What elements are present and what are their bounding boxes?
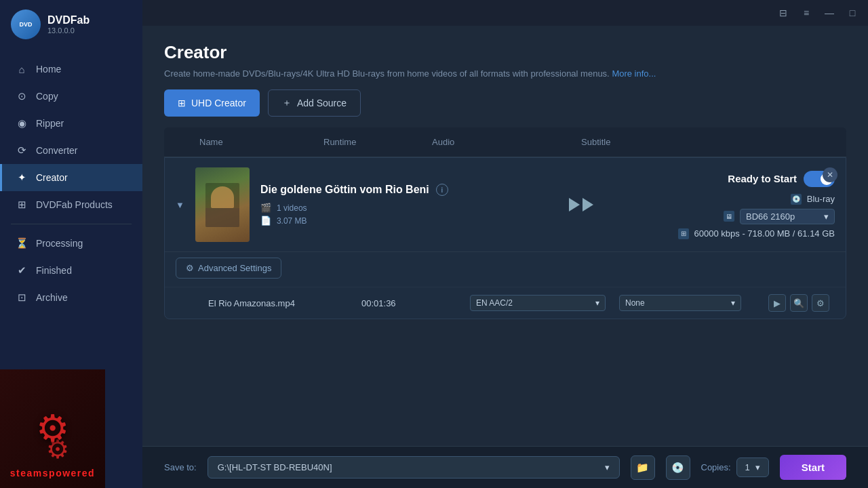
playback-controls [569, 198, 593, 211]
file-size: 3.07 MB [277, 216, 307, 226]
sidebar-item-archive[interactable]: ⊡ Archive [0, 284, 142, 311]
home-icon: ⌂ [16, 63, 28, 75]
sidebar-item-creator[interactable]: ✦ Creator [0, 164, 142, 191]
copies-section: Copies: 1 ▾ [701, 458, 769, 477]
save-path-dropdown[interactable]: G:\[HL-DT-ST BD-REBU40N] ▾ [208, 456, 620, 479]
sidebar-label-archive: Archive [36, 292, 68, 303]
add-source-icon: ＋ [282, 97, 292, 109]
menu-titlebar-button[interactable]: ≡ [797, 4, 815, 22]
output-resolution-row: 🖥 BD66 2160p ▾ [724, 209, 835, 224]
bitrate-icon: ⊞ [678, 228, 689, 239]
app-name: DVDFab [47, 14, 90, 26]
file-row-header: ▼ Die goldene Göttin vom Rio Beni i [165, 158, 846, 251]
track-search-button[interactable]: 🔍 [790, 294, 808, 312]
play-next-button[interactable] [583, 198, 593, 211]
add-source-button[interactable]: ＋ Add Source [268, 89, 361, 117]
sidebar-label-home: Home [36, 64, 61, 75]
close-file-button[interactable]: ✕ [823, 167, 837, 182]
dropdown-chevron-icon: ▾ [824, 211, 829, 222]
app-header: DVD DVDFab 13.0.0.0 [0, 0, 142, 49]
play-button[interactable] [569, 198, 580, 211]
meta-videos: 🎬 1 videos [260, 203, 545, 213]
disc-icon: 💿 [791, 194, 802, 205]
subtitle-dropdown-chevron: ▾ [731, 298, 735, 308]
sidebar-item-converter[interactable]: ⟳ Converter [0, 137, 142, 164]
app-logo: DVD [11, 9, 41, 39]
th-subtitle: Subtitle [573, 134, 722, 150]
sidebar-label-dvdfab: DVDFab Products [36, 199, 113, 210]
th-runtime: Runtime [315, 134, 424, 150]
file-title: Die goldene Göttin vom Rio Beni i [260, 184, 545, 196]
more-info-link[interactable]: More info... [612, 68, 656, 79]
th-name: Name [191, 134, 315, 150]
save-path-chevron-icon: ▾ [605, 462, 610, 472]
audio-dropdown-chevron: ▾ [595, 298, 599, 308]
ready-to-start-label: Ready to Start [728, 171, 835, 187]
copies-value: 1 [745, 462, 750, 472]
steam-label: Steamspowered [10, 468, 95, 479]
advanced-settings-row: ⚙ Advanced Settings [165, 251, 846, 287]
copies-dropdown[interactable]: 1 ▾ [736, 458, 769, 477]
subtitle-dropdown[interactable]: None ▾ [619, 295, 741, 311]
advanced-settings-button[interactable]: ⚙ Advanced Settings [176, 258, 281, 279]
resolution-icon: 🖥 [724, 211, 734, 222]
content-area: Name Runtime Audio Subtitle ▼ [142, 127, 868, 446]
ripper-icon: ◉ [16, 117, 28, 129]
track-play-button[interactable]: ▶ [768, 294, 786, 312]
sidebar-item-ripper[interactable]: ◉ Ripper [0, 110, 142, 137]
collapse-button[interactable]: ▼ [176, 200, 184, 210]
folder-titlebar-button[interactable]: ⊟ [774, 4, 792, 22]
sidebar-label-ripper: Ripper [36, 118, 64, 129]
page-subtitle: Create home-made DVDs/Blu-rays/4K Ultra … [164, 68, 846, 79]
sidebar-item-dvdfab-products[interactable]: ⊞ DVDFab Products [0, 191, 142, 218]
sidebar-item-finished[interactable]: ✔ Finished [0, 257, 142, 284]
sidebar-divider [11, 224, 132, 224]
file-info: Die goldene Göttin vom Rio Beni i 🎬 1 vi… [260, 184, 545, 226]
sidebar-item-home[interactable]: ⌂ Home [0, 56, 142, 83]
th-audio: Audio [424, 134, 573, 150]
dvdfab-products-icon: ⊞ [16, 199, 28, 211]
file-meta: 🎬 1 videos 📄 3.07 MB [260, 203, 545, 226]
browse-folder-button[interactable]: 📁 [631, 455, 655, 480]
sidebar-label-converter: Converter [36, 145, 77, 156]
output-bitrate: 60000 kbps - 718.00 MB / 61.14 GB [694, 228, 835, 239]
track-settings-button[interactable]: ⚙ [812, 294, 829, 312]
track-filename: El Rio Amazonas.mp4 [208, 298, 295, 308]
finished-icon: ✔ [16, 264, 28, 277]
track-runtime: 00:01:36 [361, 298, 396, 308]
toolbar: ⊞ UHD Creator ＋ Add Source [142, 89, 868, 127]
uhd-creator-button[interactable]: ⊞ UHD Creator [164, 89, 260, 117]
maximize-button[interactable]: □ [844, 4, 861, 22]
start-button[interactable]: Start [780, 455, 846, 480]
copy-icon: ⊙ [16, 90, 28, 102]
track-filename-cell: El Rio Amazonas.mp4 [203, 298, 356, 308]
settings-icon: ⚙ [186, 263, 194, 273]
minimize-button[interactable]: — [821, 4, 838, 22]
video-meta-icon: 🎬 [260, 203, 271, 213]
subtitle-value: None [625, 298, 645, 308]
copies-label: Copies: [701, 462, 731, 472]
main-content: ⊟ ≡ — □ Creator Create home-made DVDs/Bl… [142, 0, 868, 488]
output-type: Blu-ray [807, 194, 835, 204]
disc-drive-button[interactable]: 💿 [666, 455, 690, 480]
steam-gears: ⚙ ⚙ [36, 410, 69, 462]
advanced-settings-label: Advanced Settings [198, 263, 271, 273]
audio-dropdown[interactable]: EN AAC/2 ▾ [470, 295, 606, 311]
output-info: 💿 Blu-ray 🖥 BD66 2160p ▾ ⊞ 6 [678, 194, 835, 239]
track-audio-cell[interactable]: EN AAC/2 ▾ [465, 295, 614, 311]
start-label: Start [802, 462, 825, 473]
sidebar-item-copy[interactable]: ⊙ Copy [0, 83, 142, 110]
sidebar-item-processing[interactable]: ⏳ Processing [0, 230, 142, 257]
sidebar: DVD DVDFab 13.0.0.0 ⌂ Home ⊙ Copy ◉ Ripp… [0, 0, 142, 488]
add-source-label: Add Source [297, 98, 347, 108]
th-collapse [164, 134, 191, 150]
sidebar-label-processing: Processing [36, 238, 83, 249]
output-bitrate-row: ⊞ 60000 kbps - 718.00 MB / 61.14 GB [678, 228, 835, 239]
track-runtime-cell: 00:01:36 [356, 298, 465, 308]
resolution-dropdown[interactable]: BD66 2160p ▾ [740, 209, 835, 224]
track-actions-cell: ▶ 🔍 ⚙ [763, 294, 835, 312]
uhd-creator-icon: ⊞ [178, 98, 186, 108]
gear-large-icon: ⚙ [36, 410, 69, 447]
file-thumbnail [195, 167, 250, 242]
info-icon[interactable]: i [436, 184, 448, 196]
